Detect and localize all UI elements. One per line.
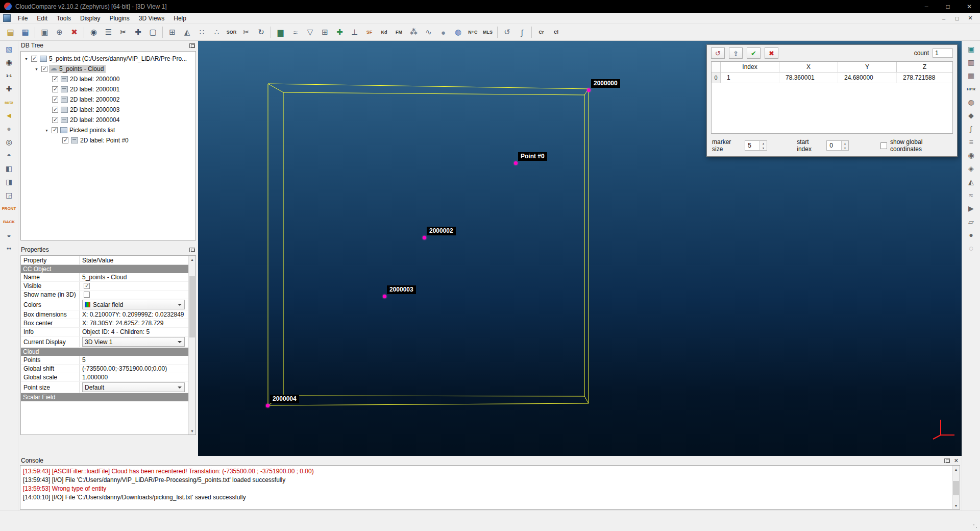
cell-y[interactable]: 24.680000 bbox=[838, 73, 897, 83]
qcanupo-icon[interactable]: ● bbox=[964, 229, 978, 241]
canupo-create-icon[interactable]: Cr bbox=[534, 26, 548, 39]
qpoisson-icon[interactable]: ∫ bbox=[964, 123, 978, 135]
mesh-icon[interactable]: ◭ bbox=[180, 26, 194, 39]
interactive-transform-icon[interactable]: ↻ bbox=[254, 26, 268, 39]
front-view-icon[interactable]: FRONT bbox=[2, 202, 16, 214]
console-log[interactable]: [13:59:43] [ASCIIFilter::loadFile] Cloud… bbox=[20, 465, 960, 510]
clone-icon[interactable]: ▣ bbox=[38, 26, 52, 39]
spin-up-icon[interactable]: ▲ bbox=[842, 141, 848, 146]
tree-item-cloud[interactable]: ▼ 5_points - Cloud bbox=[21, 64, 195, 74]
visibility-checkbox[interactable] bbox=[52, 76, 58, 82]
resize-grip[interactable] bbox=[972, 523, 978, 529]
mls-icon[interactable]: MLS bbox=[481, 26, 495, 39]
tree-item-2d-label[interactable]: 2D label: 2000001 bbox=[21, 84, 195, 94]
properties-scrollbar[interactable]: ▲ ▼ bbox=[188, 256, 195, 435]
visible-checkbox[interactable] bbox=[84, 283, 90, 289]
export-points-button[interactable]: ⇪ bbox=[729, 47, 743, 59]
visibility-checkbox[interactable] bbox=[52, 117, 58, 123]
pivot-sphere-icon[interactable]: ● bbox=[2, 123, 16, 135]
console-scrollbar[interactable]: ▲ ▼ bbox=[952, 466, 960, 509]
smooth-sphere-icon[interactable]: ● bbox=[436, 26, 450, 39]
scroll-up-icon[interactable]: ▲ bbox=[189, 256, 195, 263]
previous-view-icon[interactable]: ◄ bbox=[2, 109, 16, 122]
delete-icon[interactable]: ✖ bbox=[67, 26, 81, 39]
tree-item-2d-label[interactable]: 2D label: 2000000 bbox=[21, 74, 195, 84]
console-toggle-icon[interactable]: ▣ bbox=[964, 43, 978, 55]
visibility-checkbox[interactable] bbox=[31, 56, 37, 62]
menu-plugins[interactable]: Plugins bbox=[105, 13, 134, 23]
save-icon[interactable]: ▦ bbox=[18, 26, 32, 39]
back-view-icon[interactable]: BACK bbox=[2, 215, 16, 228]
show-name-checkbox[interactable] bbox=[84, 292, 90, 298]
visibility-checkbox[interactable] bbox=[52, 86, 58, 92]
scroll-down-icon[interactable]: ▼ bbox=[952, 502, 960, 509]
qm3c2-icon[interactable]: ≡ bbox=[964, 136, 978, 148]
translate-rotate-icon[interactable]: ✚ bbox=[131, 26, 145, 39]
current-display-dropdown[interactable]: 3D View 1 bbox=[82, 337, 185, 347]
normals-curvature-icon[interactable]: N+C bbox=[466, 26, 480, 39]
visibility-checkbox[interactable] bbox=[52, 96, 58, 103]
qbroom-icon[interactable]: ▱ bbox=[964, 215, 978, 228]
globe-icon[interactable]: ◍ bbox=[451, 26, 465, 39]
undock-icon[interactable] bbox=[189, 43, 195, 48]
qpcv-icon[interactable]: ◍ bbox=[964, 96, 978, 108]
qcsf-icon[interactable]: ≈ bbox=[964, 189, 978, 201]
tree-item-2d-label[interactable]: 2D label: 2000003 bbox=[21, 105, 195, 115]
scissors-icon[interactable]: ✂ bbox=[239, 26, 253, 39]
qransac-icon[interactable]: ◆ bbox=[964, 109, 978, 122]
tree-item-2d-label-point0[interactable]: 2D label: Point #0 bbox=[21, 135, 195, 146]
picked-points-table[interactable]: Index X Y Z 0 1 78.360001 24.680000 278.… bbox=[711, 61, 953, 134]
add-sf-icon[interactable]: ✚ bbox=[333, 26, 347, 39]
spin-up-icon[interactable]: ▲ bbox=[760, 141, 767, 146]
minimize-button[interactable]: – bbox=[916, 0, 937, 13]
rasterize-icon[interactable]: ⊞ bbox=[318, 26, 332, 39]
sor-filter-icon[interactable]: SOR bbox=[225, 26, 238, 39]
qsra-icon[interactable]: ◭ bbox=[964, 176, 978, 188]
mdi-minimize-button[interactable]: – bbox=[937, 15, 950, 21]
ssao-filter-icon[interactable]: ▦ bbox=[964, 69, 978, 82]
scroll-down-icon[interactable]: ▼ bbox=[189, 427, 195, 435]
octree-icon[interactable]: ⊞ bbox=[165, 26, 179, 39]
menu-file[interactable]: File bbox=[13, 13, 32, 23]
kd-tree-icon[interactable]: Kd bbox=[377, 26, 391, 39]
visibility-checkbox[interactable] bbox=[41, 66, 47, 72]
undo-last-point-button[interactable]: ↺ bbox=[711, 47, 725, 59]
tree-item-picked-points-list[interactable]: ▼ Picked points list bbox=[21, 125, 195, 135]
menu-tools[interactable]: Tools bbox=[52, 13, 76, 23]
cell-z[interactable]: 278.721588 bbox=[897, 73, 952, 83]
scrollbar-thumb[interactable] bbox=[953, 481, 959, 495]
visibility-checkbox[interactable] bbox=[52, 127, 58, 133]
start-index-spinner[interactable]: 0 ▲▼ bbox=[826, 140, 849, 151]
qfacets-icon[interactable]: ◈ bbox=[964, 162, 978, 175]
curvature-icon[interactable]: ≈ bbox=[288, 26, 302, 39]
mdi-close-button[interactable]: ✕ bbox=[964, 15, 977, 21]
qcompass-icon[interactable]: ◉ bbox=[964, 149, 978, 161]
cell-x[interactable]: 78.360001 bbox=[779, 73, 838, 83]
sample-points-icon[interactable]: ∷ bbox=[195, 26, 209, 39]
apply-button[interactable]: ✔ bbox=[747, 47, 761, 59]
menu-display[interactable]: Display bbox=[76, 13, 105, 23]
iso-view-icon[interactable]: ◲ bbox=[2, 189, 16, 201]
undock-icon[interactable] bbox=[944, 458, 950, 463]
menu-help[interactable]: Help bbox=[169, 13, 191, 23]
qhpr-icon[interactable]: HPR bbox=[964, 83, 978, 95]
close-console-icon[interactable]: ✕ bbox=[954, 457, 959, 464]
right-view-icon[interactable]: ◨ bbox=[2, 176, 16, 188]
spin-down-icon[interactable]: ▼ bbox=[842, 146, 848, 150]
dual-display-icon[interactable]: ●● bbox=[2, 242, 16, 254]
visibility-checkbox[interactable] bbox=[62, 137, 68, 143]
show-global-coordinates-checkbox[interactable] bbox=[880, 142, 887, 149]
histogram-icon[interactable]: ▆ bbox=[274, 26, 287, 39]
roughness-icon[interactable]: ∿ bbox=[422, 26, 435, 39]
merge-icon[interactable]: ⊕ bbox=[53, 26, 66, 39]
clipping-box-icon[interactable]: ▢ bbox=[146, 26, 160, 39]
marker-size-spinner[interactable]: 5 ▲▼ bbox=[745, 140, 767, 151]
global-zoom-icon[interactable]: ✚ bbox=[2, 83, 16, 95]
menu-3d-views[interactable]: 3D Views bbox=[134, 13, 169, 23]
close-button[interactable]: ✕ bbox=[959, 0, 980, 13]
expander-icon[interactable]: ▼ bbox=[23, 57, 30, 61]
scroll-up-icon[interactable]: ▲ bbox=[952, 466, 960, 473]
col-index[interactable]: Index bbox=[721, 62, 779, 72]
tree-item-2d-label[interactable]: 2D label: 2000004 bbox=[21, 115, 195, 125]
display-settings-icon[interactable]: ▧ bbox=[2, 43, 16, 55]
